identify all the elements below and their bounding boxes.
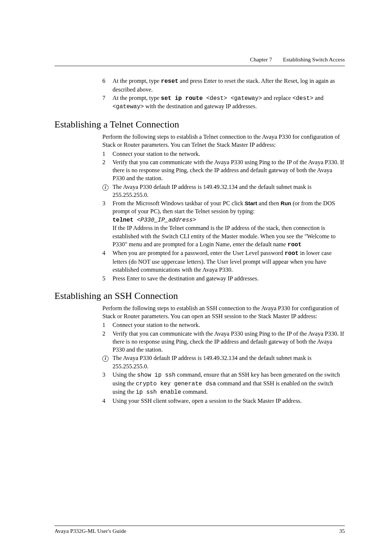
ssh-info-note: i The Avaya P330 default IP address is 1…	[102, 354, 345, 370]
step-number: 2	[102, 158, 113, 183]
step-text: At the prompt, type set ip route <dest> …	[113, 94, 345, 111]
step-number: 1	[102, 150, 113, 158]
telnet-intro: Perform the following steps to establish…	[102, 133, 345, 149]
step-6: 6 At the prompt, type reset and press En…	[102, 77, 345, 94]
telnet-heading: Establishing a Telnet Connection	[54, 119, 345, 130]
step-text: Verify that you can communicate with the…	[113, 330, 345, 354]
ssh-step-3: 3 Using the show ip ssh command, ensure …	[102, 371, 345, 397]
show-ip-ssh-command: show ip ssh	[137, 372, 176, 378]
chapter-title: Establishing Switch Access	[283, 56, 345, 63]
info-icon: i	[102, 183, 113, 199]
command-reset: reset	[161, 78, 178, 85]
telnet-step-1: 1 Connect your station to the network.	[102, 150, 345, 158]
step-text: Connect your station to the network.	[113, 150, 345, 158]
ssh-intro: Perform the following steps to establish…	[102, 304, 345, 321]
ip-ssh-enable-command: ip ssh enable	[136, 389, 181, 396]
telnet-command: telnet	[113, 217, 134, 223]
ssh-heading: Establishing an SSH Connection	[54, 291, 345, 301]
start-label: Start	[245, 200, 257, 206]
step-number: 7	[102, 94, 113, 111]
telnet-step-5: 5 Press Enter to save the destination an…	[102, 275, 345, 283]
step-text: Verify that you can communicate with the…	[113, 158, 345, 183]
telnet-step-4: 4 When you are prompted for a password, …	[102, 249, 345, 274]
guide-name: Avaya P332G-ML User's Guide	[54, 528, 126, 534]
page-header: Chapter 7 Establishing Switch Access	[54, 56, 345, 63]
page-footer: Avaya P332G-ML User's Guide 35	[54, 518, 345, 534]
run-label: Run	[281, 200, 291, 206]
chapter-label: Chapter 7	[250, 56, 272, 63]
step-number: 4	[102, 397, 113, 405]
info-icon: i	[102, 354, 113, 370]
info-text: The Avaya P330 default IP address is 149…	[113, 354, 345, 370]
telnet-info-note: i The Avaya P330 default IP address is 1…	[102, 183, 345, 199]
step-text: When you are prompted for a password, en…	[113, 249, 345, 274]
step-number: 3	[102, 199, 113, 249]
step-number: 5	[102, 275, 113, 283]
info-text: The Avaya P330 default IP address is 149…	[113, 183, 345, 199]
step-text: Using your SSH client software, open a s…	[113, 397, 345, 405]
step-text: Press Enter to save the destination and …	[113, 275, 345, 283]
step-text: From the Microsoft Windows taskbar of yo…	[113, 199, 345, 249]
footer-rule	[54, 526, 345, 526]
ssh-step-4: 4 Using your SSH client software, open a…	[102, 397, 345, 405]
root-name: root	[287, 242, 301, 248]
header-rule	[54, 66, 345, 66]
step-number: 4	[102, 249, 113, 274]
step-number: 6	[102, 77, 113, 94]
telnet-step-3: 3 From the Microsoft Windows taskbar of …	[102, 199, 345, 249]
ssh-step-2: 2 Verify that you can communicate with t…	[102, 330, 345, 354]
step-number: 2	[102, 330, 113, 354]
root-password: root	[285, 250, 298, 257]
step-text: Using the show ip ssh command, ensure th…	[113, 371, 345, 397]
step-7: 7 At the prompt, type set ip route <dest…	[102, 94, 345, 111]
ssh-step-1: 1 Connect your station to the network.	[102, 321, 345, 329]
telnet-step-2: 2 Verify that you can communicate with t…	[102, 158, 345, 183]
step-number: 3	[102, 371, 113, 397]
step-text: At the prompt, type reset and press Ente…	[113, 77, 345, 94]
crypto-key-command: crypto key generate dsa	[136, 381, 216, 387]
command-set-ip-route: set ip route	[161, 95, 203, 102]
step-text: Connect your station to the network.	[113, 321, 345, 329]
page-number: 35	[339, 528, 345, 534]
step-number: 1	[102, 321, 113, 329]
